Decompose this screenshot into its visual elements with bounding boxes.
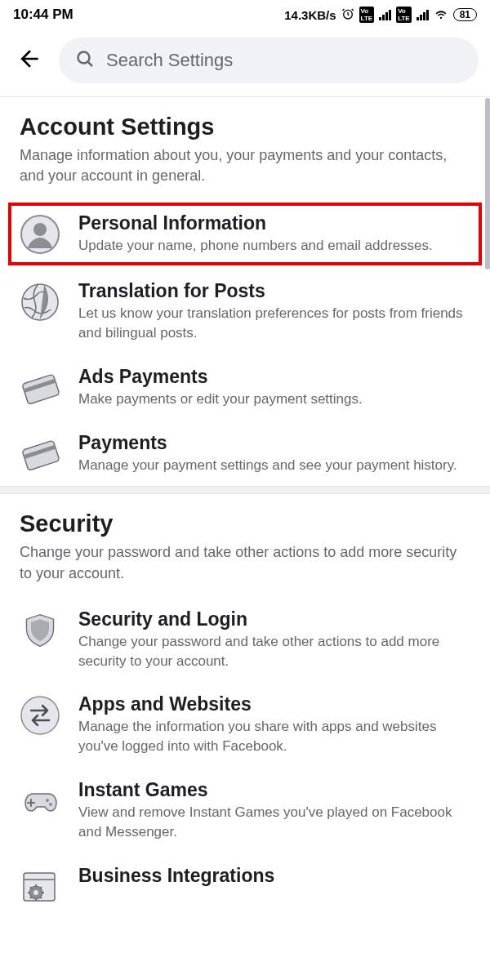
item-text: Business Integrations <box>78 865 470 889</box>
globe-icon <box>20 282 60 323</box>
volte-badge-2: VoLTE <box>396 7 412 23</box>
browser-gear-icon <box>20 866 60 907</box>
svg-point-12 <box>49 803 52 806</box>
alarm-icon <box>341 7 354 23</box>
personal-information-item[interactable]: Personal Information Update your name, p… <box>7 201 483 267</box>
item-title: Instant Games <box>78 779 470 801</box>
svg-point-10 <box>21 697 59 734</box>
search-input[interactable]: Search Settings <box>59 38 479 83</box>
scrollbar[interactable] <box>485 98 490 270</box>
item-text: Instant Games View and remove Instant Ga… <box>78 779 470 842</box>
card-icon <box>20 434 60 474</box>
shield-icon <box>20 610 60 651</box>
security-section-header: Security Change your password and take o… <box>0 494 490 596</box>
signal-icon-2 <box>416 9 429 20</box>
instant-games-item[interactable]: Instant Games View and remove Instant Ga… <box>0 768 490 853</box>
item-title: Business Integrations <box>78 865 470 887</box>
status-time: 10:44 PM <box>13 7 74 23</box>
svg-point-4 <box>33 223 47 236</box>
svg-line-2 <box>88 62 92 66</box>
item-desc: Change your password and take other acti… <box>78 632 470 671</box>
apps-websites-item[interactable]: Apps and Websites Manage the information… <box>0 682 490 768</box>
section-divider <box>0 486 490 494</box>
gamepad-icon <box>20 781 60 822</box>
svg-point-16 <box>33 890 38 895</box>
svg-point-1 <box>78 52 90 64</box>
section-desc: Manage information about you, your payme… <box>20 145 470 186</box>
card-icon <box>20 368 60 408</box>
section-desc: Change your password and take other acti… <box>20 542 470 583</box>
item-title: Ads Payments <box>78 366 470 388</box>
item-desc: Let us know your translation preferences… <box>78 304 470 343</box>
item-title: Payments <box>78 432 470 454</box>
item-title: Apps and Websites <box>78 693 470 715</box>
item-desc: Update your name, phone numbers and emai… <box>78 236 470 256</box>
item-text: Apps and Websites Manage the information… <box>78 693 470 756</box>
payments-item[interactable]: Payments Manage your payment settings an… <box>0 421 490 487</box>
search-icon <box>75 49 95 72</box>
account-settings-section-header: Account Settings Manage information abou… <box>0 97 490 199</box>
data-rate: 14.3KB/s <box>284 8 336 22</box>
header: Search Settings <box>0 29 490 96</box>
ads-payments-item[interactable]: Ads Payments Make payments or edit your … <box>0 354 490 421</box>
item-desc: View and remove Instant Games you've pla… <box>78 803 470 842</box>
status-bar: 10:44 PM 14.3KB/s VoLTE VoLTE 81 <box>0 0 490 29</box>
item-title: Translation for Posts <box>78 280 470 302</box>
item-title: Personal Information <box>78 212 470 234</box>
status-indicators: 14.3KB/s VoLTE VoLTE 81 <box>284 7 477 24</box>
security-login-item[interactable]: Security and Login Change your password … <box>0 597 490 683</box>
search-placeholder: Search Settings <box>106 50 233 71</box>
item-text: Translation for Posts Let us know your t… <box>78 280 470 343</box>
item-text: Security and Login Change your password … <box>78 608 470 671</box>
item-text: Ads Payments Make payments or edit your … <box>78 366 470 409</box>
swap-icon <box>20 695 60 736</box>
translation-item[interactable]: Translation for Posts Let us know your t… <box>0 269 490 354</box>
profile-icon <box>20 214 60 255</box>
wifi-icon <box>434 7 448 24</box>
section-title: Security <box>20 510 470 537</box>
item-title: Security and Login <box>78 608 470 630</box>
section-title: Account Settings <box>20 114 470 140</box>
battery-indicator: 81 <box>453 8 477 21</box>
svg-point-11 <box>46 799 49 802</box>
volte-badge-1: VoLTE <box>359 7 375 23</box>
item-text: Payments Manage your payment settings an… <box>78 432 470 475</box>
signal-icon-1 <box>379 9 391 20</box>
item-desc: Manage your payment settings and see you… <box>78 456 470 475</box>
item-desc: Make payments or edit your payment setti… <box>78 390 470 409</box>
item-text: Personal Information Update your name, p… <box>78 212 470 256</box>
back-button[interactable] <box>11 41 47 81</box>
business-integrations-item[interactable]: Business Integrations <box>0 853 490 919</box>
svg-point-5 <box>22 284 58 320</box>
item-desc: Manage the information you share with ap… <box>78 717 470 756</box>
